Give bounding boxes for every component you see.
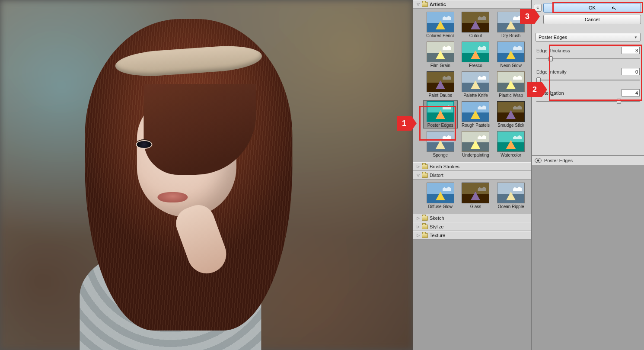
thumb-art: [427, 42, 454, 62]
thumb-art: [497, 42, 525, 62]
panel-filler: [413, 240, 531, 350]
folder-icon: [422, 173, 428, 178]
filter-thumb-underpainting[interactable]: Underpainting: [459, 131, 493, 158]
thumb-caption: Ocean Ripple: [498, 204, 524, 209]
filter-thumb-sponge[interactable]: Sponge: [424, 131, 457, 158]
category-stylize[interactable]: ▷ Stylize: [413, 222, 531, 231]
param-label: Edge Thickness: [536, 48, 570, 53]
edge-thickness-input[interactable]: [622, 47, 640, 54]
filter-thumb-fresco[interactable]: Fresco: [459, 41, 493, 68]
thumb-caption: Neon Glow: [500, 63, 521, 68]
panel-filler: [532, 165, 644, 350]
filter-thumb-ocean-ripple[interactable]: Ocean Ripple: [494, 182, 528, 209]
visibility-eye-icon[interactable]: [535, 158, 542, 163]
folder-icon: [422, 164, 428, 169]
thumb-art: [462, 101, 489, 122]
disclosure-triangle-icon: ▷: [416, 233, 420, 238]
filter-dropdown[interactable]: Poster Edges ▼: [536, 33, 641, 42]
category-label: Texture: [430, 233, 445, 238]
disclosure-triangle-icon: ▽: [416, 2, 420, 6]
distort-thumbnails: Diffuse GlowGlassOcean Ripple: [413, 180, 531, 214]
thumb-caption: Dry Brush: [501, 33, 520, 38]
collapse-toggle-icon[interactable]: «: [534, 4, 542, 12]
cancel-button[interactable]: Cancel: [543, 15, 641, 24]
disclosure-triangle-icon: ▷: [416, 216, 420, 220]
effect-layer-label: Poster Edges: [544, 158, 573, 163]
thumb-art: [497, 131, 525, 152]
edge-intensity-slider[interactable]: [536, 77, 640, 83]
posterization-slider[interactable]: [536, 98, 640, 104]
posterization-input[interactable]: [622, 89, 640, 96]
filter-thumb-palette-knife[interactable]: Palette Knife: [459, 71, 493, 98]
filter-thumb-paint-daubs[interactable]: Paint Daubs: [424, 71, 457, 98]
disclosure-triangle-icon: ▽: [416, 173, 420, 177]
category-texture[interactable]: ▷ Texture: [413, 231, 531, 240]
preview-subject: [76, 2, 301, 350]
thumb-art: [462, 42, 489, 62]
thumb-caption: Rough Pastels: [462, 123, 490, 128]
image-preview[interactable]: [0, 0, 413, 350]
ok-button[interactable]: OK ↖: [543, 3, 641, 13]
category-label: Brush Strokes: [430, 164, 459, 169]
filter-thumb-dry-brush[interactable]: Dry Brush: [494, 11, 528, 39]
thumb-art: [427, 12, 454, 32]
effect-layers-panel: Poster Edges: [532, 155, 644, 350]
thumb-caption: Fresco: [469, 63, 482, 68]
cursor-icon: ↖: [611, 4, 618, 13]
filter-categories-panel: ▽ Artistic Colored PencilCutoutDry Brush…: [413, 0, 532, 350]
thumb-art: [427, 183, 454, 203]
category-sketch[interactable]: ▷ Sketch: [413, 214, 531, 222]
param-edge-thickness: Edge Thickness: [536, 47, 640, 62]
filter-thumb-colored-pencil[interactable]: Colored Pencil: [424, 11, 457, 39]
thumb-caption: Glass: [470, 204, 481, 209]
filter-thumb-plastic-wrap[interactable]: Plastic Wrap: [494, 71, 528, 98]
filter-thumb-film-grain[interactable]: Film Grain: [424, 41, 457, 68]
thumb-art: [462, 12, 489, 32]
filter-thumb-watercolor[interactable]: Watercolor: [494, 131, 528, 158]
cancel-button-label: Cancel: [585, 17, 599, 22]
category-label: Artistic: [430, 2, 446, 7]
category-distort[interactable]: ▽ Distort: [413, 171, 531, 180]
thumb-caption: Cutout: [469, 33, 482, 38]
thumb-art: [427, 101, 454, 122]
param-label: Edge Intensity: [536, 69, 567, 74]
filter-thumb-glass[interactable]: Glass: [459, 182, 493, 209]
param-edge-intensity: Edge Intensity: [536, 68, 640, 83]
thumb-art: [427, 71, 454, 92]
edge-intensity-input[interactable]: [622, 68, 640, 75]
filter-thumb-cutout[interactable]: Cutout: [459, 11, 493, 39]
thumb-caption: Sponge: [433, 153, 448, 157]
filter-thumb-rough-pastels[interactable]: Rough Pastels: [459, 101, 493, 128]
thumb-caption: Poster Edges: [427, 123, 453, 128]
parameters-group: Edge Thickness Edge Intensity: [532, 46, 644, 112]
disclosure-triangle-icon: ▷: [416, 164, 420, 169]
filter-thumb-neon-glow[interactable]: Neon Glow: [494, 41, 528, 68]
thumb-art: [462, 71, 489, 92]
disclosure-triangle-icon: ▷: [416, 225, 420, 229]
param-label: Posterization: [536, 90, 564, 96]
thumb-caption: Palette Knife: [463, 93, 488, 98]
filter-thumb-diffuse-glow[interactable]: Diffuse Glow: [424, 182, 457, 209]
filter-thumb-poster-edges[interactable]: Poster Edges: [424, 101, 457, 128]
chevron-down-icon: ▼: [634, 35, 638, 39]
folder-icon: [422, 216, 428, 221]
thumb-caption: Watercolor: [501, 153, 521, 157]
category-label: Distort: [430, 173, 443, 178]
ok-button-label: OK: [589, 5, 596, 10]
category-brush-strokes[interactable]: ▷ Brush Strokes: [413, 162, 531, 171]
edge-thickness-slider[interactable]: [536, 56, 640, 62]
thumb-art: [497, 71, 525, 92]
thumb-caption: Underpainting: [462, 153, 489, 157]
thumb-art: [497, 183, 525, 203]
thumb-caption: Plastic Wrap: [499, 93, 523, 98]
artistic-thumbnails: Colored PencilCutoutDry BrushFilm GrainF…: [413, 9, 531, 162]
param-posterization: Posterization: [536, 89, 640, 104]
thumb-caption: Paint Daubs: [429, 93, 452, 98]
folder-icon: [422, 225, 428, 229]
thumb-art: [462, 183, 489, 203]
folder-icon: [422, 233, 428, 238]
category-label: Stylize: [430, 224, 443, 229]
category-artistic[interactable]: ▽ Artistic: [413, 0, 531, 9]
effect-layer-row[interactable]: Poster Edges: [532, 156, 644, 165]
filter-thumb-smudge-stick[interactable]: Smudge Stick: [494, 101, 528, 128]
